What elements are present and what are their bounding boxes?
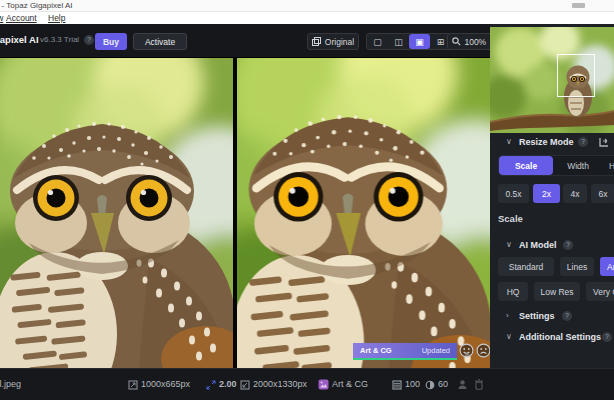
overlay-status-label: Updated bbox=[422, 346, 450, 355]
chevron-down-icon: ∨ bbox=[506, 137, 512, 146]
resize-mode-segments: Scale Width Height bbox=[498, 155, 614, 176]
menu-help[interactable]: Help bbox=[48, 13, 65, 23]
segment-height[interactable]: Height bbox=[603, 156, 614, 175]
open-filename: owl.jpeg bbox=[0, 379, 21, 389]
buy-button[interactable]: Buy bbox=[95, 33, 127, 50]
input-size-value: 1000x665px bbox=[141, 379, 190, 389]
model-image-icon bbox=[318, 379, 329, 390]
suppress-noise-icon bbox=[392, 380, 402, 390]
crop-aspect-icon[interactable] bbox=[598, 137, 609, 148]
menu-account[interactable]: Account bbox=[6, 13, 37, 23]
resize-mode-header[interactable]: ∨ Resize Mode ? bbox=[490, 136, 614, 150]
feedback-happy-icon[interactable] bbox=[459, 343, 474, 358]
app-brand: Gigapixel AI bbox=[0, 34, 39, 45]
menu-view[interactable]: View bbox=[0, 13, 3, 23]
model-hq[interactable]: HQ bbox=[498, 282, 528, 301]
output-size-value: 2000x1330px bbox=[253, 379, 307, 389]
ai-model-title: AI Model bbox=[519, 240, 557, 250]
model-art-cg[interactable]: Art & CG bbox=[600, 257, 614, 276]
segment-width[interactable]: Width bbox=[553, 156, 603, 175]
window-title: owl.jpeg - Topaz Gigapixel AI bbox=[0, 1, 73, 10]
minimize-button[interactable] bbox=[572, 3, 585, 8]
chevron-right-icon: › bbox=[506, 311, 509, 320]
resize-mode-title: Resize Mode bbox=[519, 137, 574, 147]
chevron-down-icon: ∨ bbox=[506, 332, 512, 341]
model-standard[interactable]: Standard bbox=[498, 257, 554, 276]
additional-settings-title: Additional Settings bbox=[519, 332, 601, 342]
remove-blur-icon bbox=[425, 380, 435, 390]
zoom-value: 100% bbox=[464, 37, 486, 47]
app-version: v6.3.3 Trial bbox=[40, 35, 79, 44]
navigator-view-rect[interactable] bbox=[557, 54, 595, 97]
model-very-compressed[interactable]: Very Compressed bbox=[586, 282, 614, 301]
input-size-icon bbox=[128, 380, 138, 390]
model-low-res[interactable]: Low Res bbox=[534, 282, 580, 301]
model-lines[interactable]: Lines bbox=[560, 257, 594, 276]
after-image-panel[interactable] bbox=[237, 58, 490, 369]
processing-status-overlay: Art & CG Updated bbox=[353, 343, 457, 360]
title-bar: owl.jpeg - Topaz Gigapixel AI bbox=[0, 0, 614, 12]
active-model-label: Art & CG bbox=[332, 379, 368, 389]
segment-scale[interactable]: Scale bbox=[499, 156, 553, 175]
help-badge-icon[interactable]: ? bbox=[563, 240, 573, 250]
additional-settings-header[interactable]: ∨ Additional Settings ? bbox=[490, 331, 614, 345]
original-label: Original bbox=[325, 37, 354, 47]
help-badge-icon[interactable]: ? bbox=[84, 35, 94, 45]
original-toggle-button[interactable]: Original bbox=[307, 33, 359, 50]
after-owl-image bbox=[237, 58, 490, 369]
compare-icon bbox=[312, 37, 321, 46]
account-person-icon[interactable] bbox=[457, 379, 468, 390]
scale-label: Scale bbox=[498, 213, 523, 224]
view-mode-group: ▢ ◫ ▣ ⊞ bbox=[366, 33, 452, 50]
scale-expand-icon bbox=[206, 380, 216, 390]
preset-2x[interactable]: 2x bbox=[533, 184, 560, 203]
ai-model-header[interactable]: ∨ AI Model ? bbox=[490, 239, 614, 253]
side-by-side-view-icon[interactable]: ▣ bbox=[409, 34, 430, 49]
right-sidebar: ∨ Resize Mode ? Scale Width Height 0.5x … bbox=[490, 24, 614, 400]
magnifier-icon bbox=[452, 37, 461, 46]
single-view-icon[interactable]: ▢ bbox=[367, 34, 388, 49]
before-owl-image bbox=[0, 58, 233, 369]
preset-0-5x[interactable]: 0.5x bbox=[498, 184, 529, 203]
status-bar: owl.jpeg 1000x665px 2.00 2000x1330px Art… bbox=[0, 368, 614, 400]
before-image-panel[interactable] bbox=[0, 58, 233, 369]
remove-blur-value: 60 bbox=[438, 379, 448, 389]
help-badge-icon[interactable]: ? bbox=[562, 311, 572, 321]
scale-factor-value: 2.00 bbox=[219, 379, 237, 389]
preset-6x[interactable]: 6x bbox=[591, 184, 614, 203]
chevron-down-icon: ∨ bbox=[506, 240, 512, 249]
activate-button[interactable]: Activate bbox=[133, 33, 187, 50]
output-size-icon bbox=[240, 380, 250, 390]
suppress-noise-value: 100 bbox=[405, 379, 420, 389]
trash-icon[interactable] bbox=[474, 379, 484, 390]
image-canvas bbox=[0, 57, 490, 369]
split-view-icon[interactable]: ◫ bbox=[388, 34, 409, 49]
overlay-model-label: Art & CG bbox=[360, 346, 392, 355]
navigator-thumbnail bbox=[490, 27, 614, 133]
settings-title: Settings bbox=[519, 311, 555, 321]
help-badge-icon[interactable]: ? bbox=[602, 332, 612, 342]
settings-header[interactable]: › Settings ? bbox=[490, 310, 614, 324]
help-badge-icon[interactable]: ? bbox=[578, 137, 588, 147]
preset-4x[interactable]: 4x bbox=[563, 184, 587, 203]
feedback-sad-icon[interactable] bbox=[476, 343, 491, 358]
navigator-preview[interactable] bbox=[490, 27, 614, 133]
app-window: owl.jpeg - Topaz Gigapixel AI View Accou… bbox=[0, 0, 614, 400]
